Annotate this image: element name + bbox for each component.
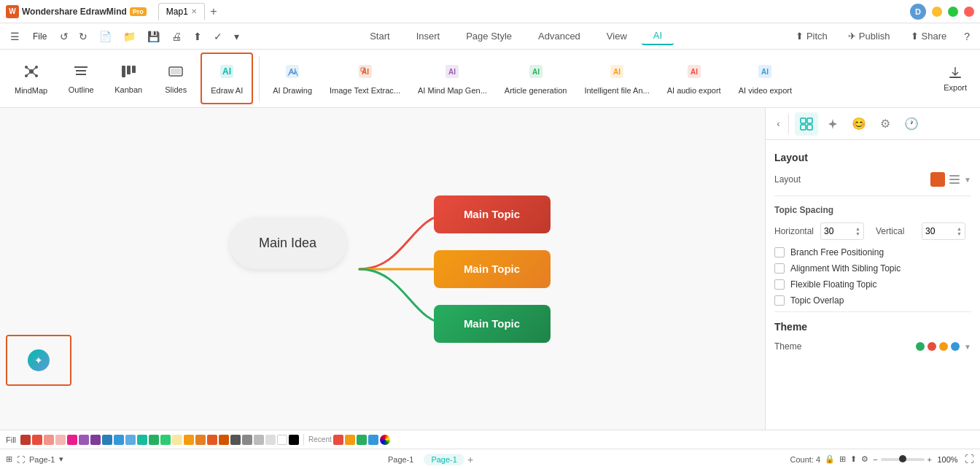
panel-tab-settings[interactable]: ⚙ bbox=[874, 112, 897, 136]
color-yellow[interactable] bbox=[184, 435, 194, 445]
add-tab-button[interactable]: + bbox=[206, 4, 221, 19]
vertical-input[interactable]: 30 ▲ ▼ bbox=[922, 222, 965, 240]
tab-ai[interactable]: AI bbox=[642, 27, 674, 45]
avatar[interactable]: D bbox=[910, 4, 926, 20]
export-icon[interactable]: ⬆ bbox=[189, 28, 206, 44]
horizontal-input[interactable]: 30 ▲ ▼ bbox=[820, 222, 864, 240]
vertical-down-arrow[interactable]: ▼ bbox=[957, 231, 962, 236]
branch-free-checkbox[interactable] bbox=[774, 247, 785, 257]
settings-icon-status[interactable]: ⚙ bbox=[861, 454, 868, 464]
ribbon-ai-audio[interactable]: AI AI audio export bbox=[660, 53, 728, 104]
new-file-icon[interactable]: 📄 bbox=[95, 28, 116, 44]
vertical-arrows[interactable]: ▲ ▼ bbox=[957, 226, 962, 236]
more-icon[interactable]: ▾ bbox=[230, 28, 244, 44]
zoom-slider[interactable] bbox=[881, 458, 925, 461]
topic-node-1[interactable]: Main Topic bbox=[434, 195, 551, 233]
theme-dropdown[interactable]: ▼ bbox=[916, 342, 971, 351]
tab-start[interactable]: Start bbox=[358, 28, 401, 44]
print-icon[interactable]: 🖨 bbox=[167, 28, 186, 44]
ribbon-image-text[interactable]: AI Image Text Extrac... bbox=[322, 53, 408, 104]
minimize-button[interactable] bbox=[932, 7, 942, 17]
open-file-icon[interactable]: 📁 bbox=[119, 28, 140, 44]
color-black[interactable] bbox=[289, 435, 299, 445]
add-page-button[interactable]: + bbox=[467, 454, 473, 465]
page-dropdown-arrow[interactable]: ▾ bbox=[59, 454, 63, 464]
checkbox-branch-free[interactable]: Branch Free Positioning bbox=[774, 247, 971, 257]
flexible-checkbox[interactable] bbox=[774, 279, 785, 290]
color-red-light[interactable] bbox=[44, 435, 54, 445]
share-button[interactable]: ⬆ Share bbox=[903, 28, 954, 44]
color-teal[interactable] bbox=[137, 435, 147, 445]
color-pale-gray[interactable] bbox=[265, 435, 276, 445]
fullscreen-icon[interactable]: ⛶ bbox=[965, 454, 974, 465]
undo-button[interactable]: ↺ bbox=[55, 28, 73, 44]
checkbox-flexible[interactable]: Flexible Floating Topic bbox=[774, 279, 971, 290]
ribbon-slides[interactable]: Slides bbox=[154, 53, 198, 104]
layout-dropdown[interactable]: ▼ bbox=[930, 172, 971, 187]
color-yellow-pale[interactable] bbox=[172, 435, 182, 445]
panel-collapse-button[interactable]: ‹ bbox=[769, 114, 789, 134]
color-red-dark[interactable] bbox=[20, 435, 31, 445]
ribbon-edraw-ai[interactable]: AI Edraw AI bbox=[201, 53, 253, 104]
panel-tab-ai-sparkle[interactable] bbox=[821, 112, 844, 136]
color-orange[interactable] bbox=[195, 435, 206, 445]
help-icon[interactable]: ? bbox=[960, 28, 974, 44]
tab-page-style[interactable]: Page Style bbox=[454, 28, 524, 44]
sidebar-toggle-icon[interactable]: ☰ bbox=[6, 28, 24, 44]
save-icon[interactable]: 💾 bbox=[143, 28, 164, 44]
ribbon-mindmap[interactable]: MindMap bbox=[6, 53, 56, 104]
horizontal-arrows[interactable]: ▲ ▼ bbox=[855, 226, 860, 236]
checkbox-alignment[interactable]: Alignment With Sibling Topic bbox=[774, 263, 971, 274]
export-button[interactable]: Export bbox=[936, 53, 974, 104]
tab-advanced[interactable]: Advanced bbox=[526, 28, 592, 44]
more-colors-button[interactable] bbox=[380, 435, 390, 445]
panel-tab-emoji[interactable]: 😊 bbox=[847, 112, 871, 136]
color-dark-gray[interactable] bbox=[230, 435, 241, 445]
ribbon-ai-mindmap[interactable]: AI AI Mind Map Gen... bbox=[411, 53, 494, 104]
tab-insert[interactable]: Insert bbox=[405, 28, 452, 44]
map-tab[interactable]: Map1 ✕ bbox=[158, 3, 205, 20]
color-brown[interactable] bbox=[219, 435, 229, 445]
zoom-in-icon[interactable]: + bbox=[928, 455, 932, 464]
color-purple[interactable] bbox=[79, 435, 89, 445]
canvas[interactable]: Main Idea Main Topic Main Topic Main Top… bbox=[0, 108, 765, 430]
color-gray[interactable] bbox=[242, 435, 252, 445]
layout-icon-status[interactable]: ⊞ bbox=[839, 454, 846, 464]
panel-tab-clock[interactable]: 🕐 bbox=[900, 112, 923, 136]
share-icon-status[interactable]: ⬆ bbox=[850, 454, 857, 464]
fit-icon[interactable]: ⛶ bbox=[17, 455, 25, 464]
color-blue[interactable] bbox=[114, 435, 124, 445]
recent-color-4[interactable] bbox=[368, 435, 378, 445]
close-button[interactable] bbox=[964, 7, 974, 17]
vertical-up-arrow[interactable]: ▲ bbox=[957, 226, 962, 231]
recent-color-1[interactable] bbox=[333, 435, 343, 445]
zoom-out-icon[interactable]: − bbox=[873, 455, 877, 464]
color-green-light[interactable] bbox=[160, 435, 171, 445]
color-red[interactable] bbox=[32, 435, 42, 445]
ribbon-article-gen[interactable]: AI Article generation bbox=[497, 53, 575, 104]
color-pink[interactable] bbox=[67, 435, 77, 445]
pitch-button[interactable]: ⬆ Pitch bbox=[788, 28, 835, 44]
horizontal-down-arrow[interactable]: ▼ bbox=[855, 231, 860, 236]
redo-button[interactable]: ↻ bbox=[74, 28, 92, 44]
tab-close-icon[interactable]: ✕ bbox=[191, 7, 197, 15]
ribbon-ai-video[interactable]: AI AI video export bbox=[731, 53, 799, 104]
recent-color-3[interactable] bbox=[357, 435, 367, 445]
color-blue-light[interactable] bbox=[125, 435, 136, 445]
color-purple-dark[interactable] bbox=[90, 435, 101, 445]
color-pink-light[interactable] bbox=[55, 435, 66, 445]
ribbon-intelligent-file[interactable]: AI Intelligent file An... bbox=[577, 53, 656, 104]
panel-tab-layout[interactable] bbox=[795, 112, 818, 136]
color-orange-dark[interactable] bbox=[207, 435, 217, 445]
thumbnail-panel[interactable]: ✦ bbox=[6, 335, 71, 386]
color-light-gray[interactable] bbox=[254, 435, 264, 445]
tab-view[interactable]: View bbox=[595, 28, 639, 44]
color-blue-dark[interactable] bbox=[102, 435, 112, 445]
page-tab-active[interactable]: Page-1 bbox=[424, 454, 464, 465]
recent-color-2[interactable] bbox=[345, 435, 355, 445]
overlap-checkbox[interactable] bbox=[774, 295, 785, 306]
horizontal-up-arrow[interactable]: ▲ bbox=[855, 226, 860, 231]
view-icon[interactable]: ⊞ bbox=[6, 454, 12, 464]
maximize-button[interactable] bbox=[948, 7, 958, 17]
file-menu[interactable]: File bbox=[27, 28, 52, 44]
